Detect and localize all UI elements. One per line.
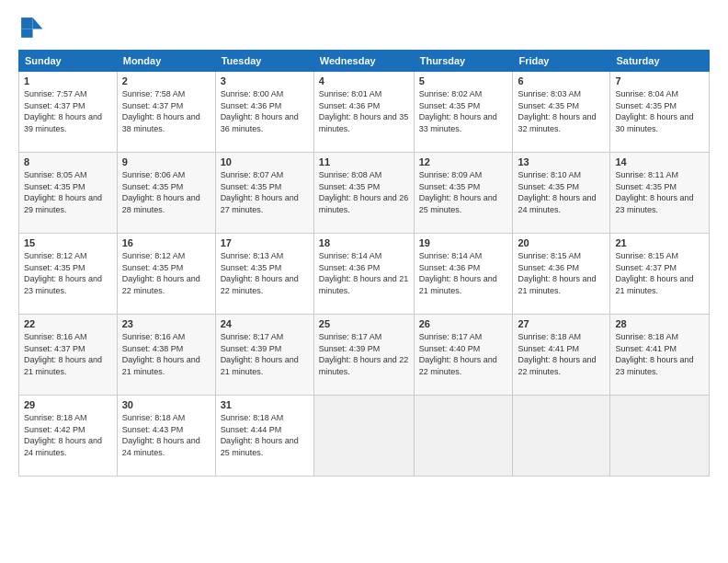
week-row-5: 29 Sunrise: 8:18 AMSunset: 4:42 PMDaylig… — [19, 396, 710, 477]
col-sunday: Sunday — [19, 51, 118, 72]
day-number: 1 — [24, 75, 112, 86]
day-cell-empty — [414, 396, 513, 477]
day-cell-18: 18 Sunrise: 8:14 AMSunset: 4:36 PMDaylig… — [313, 234, 414, 315]
day-cell-8: 8 Sunrise: 8:05 AMSunset: 4:35 PMDayligh… — [19, 153, 118, 234]
day-cell-11: 11 Sunrise: 8:08 AMSunset: 4:35 PMDaylig… — [313, 153, 414, 234]
day-info: Sunrise: 8:02 AMSunset: 4:35 PMDaylight:… — [419, 89, 497, 133]
day-number: 29 — [24, 399, 112, 410]
day-number: 11 — [319, 156, 409, 167]
day-cell-23: 23 Sunrise: 8:16 AMSunset: 4:38 PMDaylig… — [117, 315, 215, 396]
week-row-1: 1 Sunrise: 7:57 AMSunset: 4:37 PMDayligh… — [19, 72, 710, 153]
day-info: Sunrise: 8:17 AMSunset: 4:39 PMDaylight:… — [319, 332, 409, 376]
day-info: Sunrise: 8:00 AMSunset: 4:36 PMDaylight:… — [221, 89, 299, 133]
day-cell-26: 26 Sunrise: 8:17 AMSunset: 4:40 PMDaylig… — [414, 315, 513, 396]
day-number: 2 — [122, 75, 210, 86]
day-cell-10: 10 Sunrise: 8:07 AMSunset: 4:35 PMDaylig… — [215, 153, 313, 234]
day-info: Sunrise: 8:05 AMSunset: 4:35 PMDaylight:… — [24, 170, 102, 214]
day-cell-2: 2 Sunrise: 7:58 AMSunset: 4:37 PMDayligh… — [117, 72, 215, 153]
col-wednesday: Wednesday — [313, 51, 414, 72]
day-cell-14: 14 Sunrise: 8:11 AMSunset: 4:35 PMDaylig… — [610, 153, 710, 234]
day-info: Sunrise: 7:57 AMSunset: 4:37 PMDaylight:… — [24, 89, 102, 133]
day-number: 30 — [122, 399, 210, 410]
day-number: 12 — [419, 156, 508, 167]
day-number: 19 — [419, 237, 508, 248]
day-number: 16 — [122, 237, 210, 248]
col-monday: Monday — [117, 51, 215, 72]
day-number: 10 — [221, 156, 309, 167]
day-number: 18 — [319, 237, 409, 248]
day-info: Sunrise: 8:12 AMSunset: 4:35 PMDaylight:… — [24, 251, 102, 295]
day-number: 7 — [615, 75, 704, 86]
day-number: 26 — [419, 318, 508, 329]
day-info: Sunrise: 8:18 AMSunset: 4:41 PMDaylight:… — [518, 332, 596, 376]
day-number: 22 — [24, 318, 112, 329]
day-info: Sunrise: 8:17 AMSunset: 4:40 PMDaylight:… — [419, 332, 497, 376]
day-number: 4 — [319, 75, 409, 86]
day-info: Sunrise: 8:16 AMSunset: 4:38 PMDaylight:… — [122, 332, 200, 376]
day-cell-empty — [513, 396, 610, 477]
day-number: 13 — [518, 156, 605, 167]
header — [18, 15, 710, 40]
day-info: Sunrise: 8:01 AMSunset: 4:36 PMDaylight:… — [319, 89, 409, 133]
day-number: 17 — [221, 237, 309, 248]
day-cell-27: 27 Sunrise: 8:18 AMSunset: 4:41 PMDaylig… — [513, 315, 610, 396]
day-info: Sunrise: 8:10 AMSunset: 4:35 PMDaylight:… — [518, 170, 596, 214]
day-cell-22: 22 Sunrise: 8:16 AMSunset: 4:37 PMDaylig… — [19, 315, 118, 396]
day-cell-3: 3 Sunrise: 8:00 AMSunset: 4:36 PMDayligh… — [215, 72, 313, 153]
day-cell-25: 25 Sunrise: 8:17 AMSunset: 4:39 PMDaylig… — [313, 315, 414, 396]
day-cell-30: 30 Sunrise: 8:18 AMSunset: 4:43 PMDaylig… — [117, 396, 215, 477]
col-tuesday: Tuesday — [215, 51, 313, 72]
col-thursday: Thursday — [414, 51, 513, 72]
day-info: Sunrise: 8:03 AMSunset: 4:35 PMDaylight:… — [518, 89, 596, 133]
day-cell-5: 5 Sunrise: 8:02 AMSunset: 4:35 PMDayligh… — [414, 72, 513, 153]
day-number: 21 — [615, 237, 704, 248]
day-cell-31: 31 Sunrise: 8:18 AMSunset: 4:44 PMDaylig… — [215, 396, 313, 477]
day-cell-6: 6 Sunrise: 8:03 AMSunset: 4:35 PMDayligh… — [513, 72, 610, 153]
day-cell-1: 1 Sunrise: 7:57 AMSunset: 4:37 PMDayligh… — [19, 72, 118, 153]
day-cell-12: 12 Sunrise: 8:09 AMSunset: 4:35 PMDaylig… — [414, 153, 513, 234]
day-info: Sunrise: 8:15 AMSunset: 4:37 PMDaylight:… — [615, 251, 693, 295]
day-cell-28: 28 Sunrise: 8:18 AMSunset: 4:41 PMDaylig… — [610, 315, 710, 396]
week-row-3: 15 Sunrise: 8:12 AMSunset: 4:35 PMDaylig… — [19, 234, 710, 315]
day-number: 9 — [122, 156, 210, 167]
calendar-header-row: Sunday Monday Tuesday Wednesday Thursday… — [19, 51, 710, 72]
day-number: 5 — [419, 75, 508, 86]
day-number: 20 — [518, 237, 605, 248]
day-number: 6 — [518, 75, 605, 86]
day-info: Sunrise: 8:08 AMSunset: 4:35 PMDaylight:… — [319, 170, 409, 214]
day-cell-empty — [313, 396, 414, 477]
page: Sunday Monday Tuesday Wednesday Thursday… — [0, 0, 728, 563]
day-cell-16: 16 Sunrise: 8:12 AMSunset: 4:35 PMDaylig… — [117, 234, 215, 315]
calendar-table: Sunday Monday Tuesday Wednesday Thursday… — [18, 50, 710, 477]
day-info: Sunrise: 7:58 AMSunset: 4:37 PMDaylight:… — [122, 89, 200, 133]
day-info: Sunrise: 8:18 AMSunset: 4:41 PMDaylight:… — [615, 332, 693, 376]
day-info: Sunrise: 8:16 AMSunset: 4:37 PMDaylight:… — [24, 332, 102, 376]
svg-rect-2 — [21, 29, 32, 38]
day-cell-4: 4 Sunrise: 8:01 AMSunset: 4:36 PMDayligh… — [313, 72, 414, 153]
day-cell-20: 20 Sunrise: 8:15 AMSunset: 4:36 PMDaylig… — [513, 234, 610, 315]
day-cell-17: 17 Sunrise: 8:13 AMSunset: 4:35 PMDaylig… — [215, 234, 313, 315]
week-row-2: 8 Sunrise: 8:05 AMSunset: 4:35 PMDayligh… — [19, 153, 710, 234]
day-info: Sunrise: 8:13 AMSunset: 4:35 PMDaylight:… — [221, 251, 299, 295]
day-info: Sunrise: 8:09 AMSunset: 4:35 PMDaylight:… — [419, 170, 497, 214]
day-info: Sunrise: 8:12 AMSunset: 4:35 PMDaylight:… — [122, 251, 200, 295]
day-info: Sunrise: 8:15 AMSunset: 4:36 PMDaylight:… — [518, 251, 596, 295]
day-cell-13: 13 Sunrise: 8:10 AMSunset: 4:35 PMDaylig… — [513, 153, 610, 234]
logo — [18, 15, 46, 40]
day-info: Sunrise: 8:14 AMSunset: 4:36 PMDaylight:… — [319, 251, 409, 295]
day-cell-24: 24 Sunrise: 8:17 AMSunset: 4:39 PMDaylig… — [215, 315, 313, 396]
day-cell-empty — [610, 396, 710, 477]
svg-marker-0 — [33, 17, 43, 29]
day-number: 24 — [221, 318, 309, 329]
day-number: 23 — [122, 318, 210, 329]
day-number: 8 — [24, 156, 112, 167]
day-cell-19: 19 Sunrise: 8:14 AMSunset: 4:36 PMDaylig… — [414, 234, 513, 315]
day-number: 25 — [319, 318, 409, 329]
day-number: 15 — [24, 237, 112, 248]
day-number: 31 — [221, 399, 309, 410]
day-cell-29: 29 Sunrise: 8:18 AMSunset: 4:42 PMDaylig… — [19, 396, 118, 477]
day-number: 14 — [615, 156, 704, 167]
day-info: Sunrise: 8:14 AMSunset: 4:36 PMDaylight:… — [419, 251, 497, 295]
day-info: Sunrise: 8:17 AMSunset: 4:39 PMDaylight:… — [221, 332, 299, 376]
col-saturday: Saturday — [610, 51, 710, 72]
